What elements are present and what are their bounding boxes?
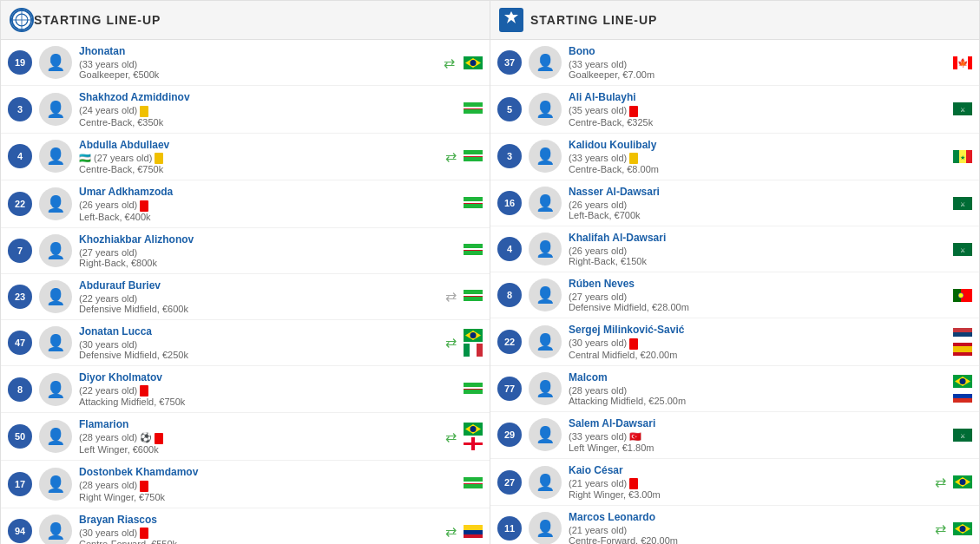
- player-row: 4 👤 Khalifah Al-Dawsari (26 years old)Ri…: [490, 226, 979, 272]
- player-photo: 👤: [529, 418, 562, 451]
- flag-ca: 🍁: [953, 56, 972, 69]
- jersey-number: 29: [497, 423, 522, 447]
- sub-icon: ⇄: [445, 334, 457, 351]
- jersey-number: 94: [8, 519, 32, 543]
- jersey-number: 37: [497, 50, 522, 75]
- svg-rect-24: [464, 250, 483, 251]
- player-detail: (28 years old)Attacking Midfield, €25.00…: [569, 385, 946, 406]
- flags-col: ★: [953, 150, 972, 163]
- player-info: Salem Al-Dawsari (33 years old) 🇹🇷Left W…: [569, 417, 946, 453]
- svg-rect-14: [464, 156, 483, 157]
- player-photo: 👤: [529, 187, 562, 220]
- player-photo: 👤: [529, 325, 562, 358]
- svg-rect-9: [464, 108, 483, 109]
- player-name[interactable]: Khalifah Al-Dawsari: [569, 232, 946, 244]
- player-photo: 👤: [39, 187, 72, 220]
- player-detail: 🇺🇿 (27 years old) Centre-Back, €750k: [79, 153, 445, 175]
- svg-rect-84: [953, 390, 972, 394]
- player-name[interactable]: Kaio César: [569, 464, 935, 476]
- player-name[interactable]: Flamarion: [79, 418, 445, 430]
- player-icons: ⇄: [444, 55, 455, 71]
- player-info: Shakhzod Azmiddinov (24 years old) Centr…: [79, 91, 457, 128]
- lineup-container: STARTING LINE-UP 19 👤 Jhonatan (33 years…: [0, 0, 980, 544]
- player-name[interactable]: Rúben Neves: [569, 278, 946, 290]
- player-detail: (28 years old) Right Winger, €750k: [79, 480, 457, 502]
- player-info: Sergej Milinković-Savić (30 years old) C…: [569, 324, 946, 360]
- svg-rect-39: [464, 387, 483, 389]
- player-name[interactable]: Ali Al-Bulayhi: [569, 91, 946, 103]
- svg-text:🍁: 🍁: [957, 57, 969, 69]
- svg-rect-41: [464, 390, 483, 394]
- player-name[interactable]: Abdurauf Buriev: [79, 279, 445, 292]
- player-row: 3 👤 Kalidou Koulibaly (33 years old) Cen…: [490, 134, 979, 181]
- svg-rect-10: [464, 109, 483, 114]
- flag-sn: ★: [953, 150, 972, 163]
- player-name[interactable]: Umar Adkhamzoda: [79, 186, 457, 198]
- player-row: 22 👤 Sergej Milinković-Savić (30 years o…: [490, 318, 979, 366]
- player-row: 8 👤 Diyor Kholmatov (22 years old) Attac…: [1, 366, 490, 414]
- player-photo: 👤: [39, 373, 72, 406]
- player-name[interactable]: Bono: [569, 45, 946, 57]
- team2: STARTING LINE-UP 37 👤 Bono (33 years old…: [490, 0, 980, 544]
- player-row: 4 👤 Abdulla Abdullaev 🇺🇿 (27 years old) …: [1, 134, 490, 181]
- player-photo: 👤: [39, 93, 72, 126]
- flag-br: [953, 475, 972, 488]
- player-name[interactable]: Kalidou Koulibaly: [569, 139, 946, 151]
- player-row: 16 👤 Nasser Al-Dawsari (26 years old)Lef…: [490, 180, 979, 226]
- player-name[interactable]: Brayan Riascos: [79, 514, 445, 526]
- svg-rect-64: [953, 150, 959, 163]
- svg-rect-42: [464, 394, 483, 396]
- player-photo: 👤: [39, 234, 72, 267]
- svg-rect-36: [470, 344, 477, 357]
- jersey-number: 3: [8, 97, 32, 121]
- svg-point-34: [470, 332, 477, 338]
- team1: STARTING LINE-UP 19 👤 Jhonatan (33 years…: [0, 0, 490, 544]
- svg-rect-25: [464, 251, 483, 255]
- flag-br: [953, 375, 972, 388]
- player-name[interactable]: Jhonatan: [79, 45, 444, 57]
- player-row: 50 👤 Flamarion (28 years old) ⚽ Left Win…: [1, 413, 490, 461]
- player-name[interactable]: Khozhiakbar Alizhonov: [79, 233, 457, 246]
- sub-icon: ⇄: [445, 523, 457, 540]
- team2-header: STARTING LINE-UP: [490, 1, 979, 40]
- flags-col: [462, 56, 483, 69]
- player-detail: (26 years old)Right-Back, €150k: [569, 246, 946, 266]
- flag-pt: [953, 289, 972, 302]
- player-detail: (33 years old) 🇹🇷Left Winger, €1.80m: [569, 431, 946, 453]
- player-name[interactable]: Diyor Kholmatov: [79, 371, 457, 383]
- player-detail: (26 years old) Left-Back, €400k: [79, 200, 457, 222]
- player-row: 22 👤 Umar Adkhamzoda (26 years old) Left…: [1, 180, 490, 228]
- player-info: Rúben Neves (27 years old)Defensive Midf…: [569, 278, 946, 312]
- flag-co: [464, 525, 483, 538]
- svg-rect-35: [464, 344, 470, 357]
- player-name[interactable]: Abdulla Abdullaev: [79, 139, 445, 151]
- jersey-number: 50: [8, 424, 32, 449]
- player-row: 8 👤 Rúben Neves (27 years old)Defensive …: [490, 272, 979, 318]
- player-name[interactable]: Nasser Al-Dawsari: [569, 186, 946, 198]
- player-icons: ⇄: [445, 429, 457, 445]
- player-info: Brayan Riascos (30 years old) Centre-For…: [79, 514, 445, 544]
- svg-rect-76: [953, 332, 972, 337]
- player-name[interactable]: Salem Al-Dawsari: [569, 417, 946, 429]
- jersey-number: 19: [8, 50, 32, 75]
- player-name[interactable]: Sergej Milinković-Savić: [569, 324, 946, 336]
- svg-rect-79: [953, 346, 972, 352]
- jersey-number: 22: [8, 192, 32, 216]
- player-detail: (33 years old)Goalkeeper, €7.00m: [569, 59, 946, 80]
- sub-icon: ⇄: [445, 429, 457, 445]
- player-name[interactable]: Malcom: [569, 371, 946, 383]
- jersey-number: 22: [497, 330, 522, 354]
- player-icons: ⇄: [935, 521, 946, 537]
- player-info: Dostonbek Khamdamov (28 years old) Right…: [79, 466, 457, 502]
- player-name[interactable]: Jonatan Lucca: [79, 325, 445, 338]
- player-name[interactable]: Marcos Leonardo: [569, 511, 935, 523]
- svg-rect-23: [464, 248, 483, 250]
- player-info: Nasser Al-Dawsari (26 years old)Left-Bac…: [569, 186, 946, 220]
- flag-uz: [464, 102, 483, 115]
- flags-col: [464, 525, 483, 538]
- sub-icon: ⇄: [935, 474, 946, 490]
- player-name[interactable]: Dostonbek Khamdamov: [79, 466, 457, 478]
- player-icons: ⇄: [445, 148, 457, 165]
- svg-text:⚔: ⚔: [960, 201, 965, 207]
- player-name[interactable]: Shakhzod Azmiddinov: [79, 91, 457, 103]
